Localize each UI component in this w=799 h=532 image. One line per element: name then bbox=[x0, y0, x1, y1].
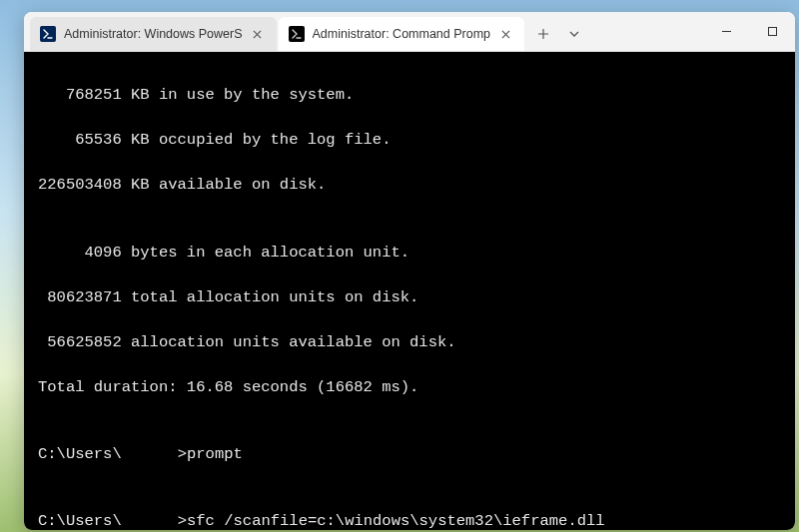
terminal-window: Administrator: Windows PowerS Administra… bbox=[24, 12, 795, 530]
window-controls bbox=[703, 12, 795, 51]
tab-close-button[interactable] bbox=[249, 25, 267, 43]
output-line: 768251 KB in use by the system. bbox=[38, 84, 781, 106]
close-icon bbox=[253, 30, 262, 39]
output-line: 56625852 allocation units available on d… bbox=[38, 331, 781, 353]
output-line: 65536 KB occupied by the log file. bbox=[38, 129, 781, 151]
maximize-icon bbox=[767, 26, 778, 37]
minimize-icon bbox=[721, 26, 732, 37]
plus-icon bbox=[537, 28, 549, 40]
prompt-line: C:\Users\>sfc /scanfile=c:\windows\syste… bbox=[38, 510, 781, 530]
output-line: 4096 bytes in each allocation unit. bbox=[38, 242, 781, 264]
command-prompt-icon bbox=[289, 26, 305, 42]
tab-strip: Administrator: Windows PowerS Administra… bbox=[24, 12, 703, 51]
tab-powershell[interactable]: Administrator: Windows PowerS bbox=[30, 17, 277, 51]
redacted-username bbox=[122, 512, 178, 527]
prompt-line: C:\Users\>prompt bbox=[38, 443, 781, 465]
close-icon bbox=[501, 30, 510, 39]
new-tab-button[interactable] bbox=[526, 17, 560, 51]
powershell-icon bbox=[40, 26, 56, 42]
maximize-button[interactable] bbox=[749, 12, 795, 51]
chevron-down-icon bbox=[568, 28, 580, 40]
redacted-username bbox=[122, 445, 178, 460]
terminal-output[interactable]: 768251 KB in use by the system. 65536 KB… bbox=[24, 52, 795, 530]
titlebar: Administrator: Windows PowerS Administra… bbox=[24, 12, 795, 52]
output-line: 226503408 KB available on disk. bbox=[38, 174, 781, 196]
tab-label: Administrator: Command Promp bbox=[313, 27, 491, 41]
svg-rect-0 bbox=[768, 28, 776, 36]
output-line: Total duration: 16.68 seconds (16682 ms)… bbox=[38, 376, 781, 398]
output-line: 80623871 total allocation units on disk. bbox=[38, 286, 781, 308]
tab-label: Administrator: Windows PowerS bbox=[64, 27, 243, 41]
minimize-button[interactable] bbox=[703, 12, 749, 51]
tab-command-prompt[interactable]: Administrator: Command Promp bbox=[279, 17, 525, 51]
tab-dropdown-button[interactable] bbox=[560, 17, 588, 51]
tab-close-button[interactable] bbox=[496, 25, 514, 43]
